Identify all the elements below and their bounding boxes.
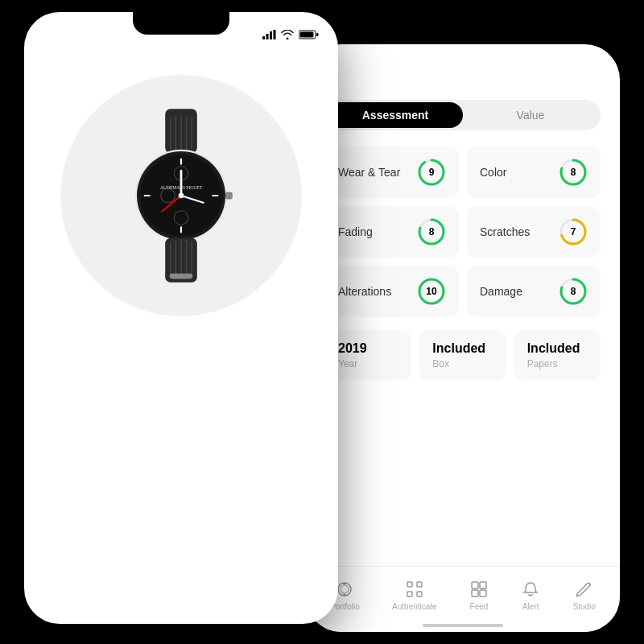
info-cell: Included Box <box>419 330 506 381</box>
svg-rect-54 <box>407 592 412 597</box>
assessment-cell: Fading 8 <box>325 206 459 258</box>
right-header <box>325 68 601 85</box>
tab-switcher: Assessment Value <box>325 100 601 130</box>
nav-item-authenticate[interactable]: Authenticate <box>392 580 437 611</box>
assessment-label: Fading <box>338 225 373 238</box>
signal-icon <box>262 30 276 39</box>
svg-rect-55 <box>417 592 422 597</box>
score-circle: 7 <box>559 217 588 246</box>
bottom-nav: Portfolio Authenticate Feed Alert Studio <box>306 566 620 632</box>
svg-text:AUDEMARS PIGUET: AUDEMARS PIGUET <box>160 185 202 190</box>
watch-icon <box>335 580 354 599</box>
score-value: 8 <box>429 226 435 237</box>
product-info-left <box>24 324 338 376</box>
score-circle: 10 <box>417 277 446 306</box>
info-cell: Included Papers <box>514 330 601 381</box>
svg-rect-6 <box>300 32 314 38</box>
score-value: 8 <box>571 286 576 297</box>
svg-point-48 <box>338 583 351 596</box>
svg-rect-50 <box>343 583 346 584</box>
watch-image-container: AUDEMARS PIGUET <box>24 67 338 324</box>
svg-rect-2 <box>270 31 272 39</box>
svg-rect-35 <box>170 274 193 279</box>
assessment-label: Alterations <box>338 285 391 298</box>
score-value: 10 <box>426 286 436 297</box>
svg-rect-51 <box>343 594 346 596</box>
tab-assessment[interactable]: Assessment <box>328 102 463 128</box>
nav-label-alert: Alert <box>522 602 539 611</box>
score-circle: 9 <box>417 158 446 187</box>
nav-item-alert[interactable]: Alert <box>521 580 540 611</box>
nav-label-feed: Feed <box>470 602 489 611</box>
score-circle: 8 <box>417 217 446 246</box>
svg-rect-3 <box>274 30 276 39</box>
info-cell-value: 2019 <box>338 341 398 356</box>
svg-rect-1 <box>266 34 269 39</box>
svg-rect-0 <box>262 36 265 39</box>
assessment-label: Damage <box>480 285 522 298</box>
left-phone: AUDEMARS PIGUET <box>24 12 338 624</box>
svg-rect-56 <box>472 582 478 588</box>
score-circle: 8 <box>559 277 588 306</box>
assessment-cell: Color 8 <box>467 147 601 198</box>
nav-item-studio[interactable]: Studio <box>572 580 595 611</box>
assessment-grid: Wear & Tear 9 Color 8 Fading 8 Scra <box>325 147 601 317</box>
score-value: 8 <box>571 167 576 178</box>
svg-point-49 <box>341 585 349 593</box>
product-details-left <box>43 344 319 360</box>
info-cell-label: Year <box>338 358 398 369</box>
pencil-icon <box>575 580 594 599</box>
svg-rect-16 <box>225 192 233 200</box>
svg-rect-53 <box>417 582 422 587</box>
info-cell-label: Box <box>432 358 493 369</box>
info-cell-value: Included <box>432 341 493 356</box>
nav-item-feed[interactable]: Feed <box>469 580 489 611</box>
notch <box>133 12 229 35</box>
assessment-label: Color <box>480 166 506 179</box>
svg-point-27 <box>179 193 184 199</box>
carousel-next[interactable] <box>314 188 330 204</box>
watch-circle: AUDEMARS PIGUET <box>60 75 302 316</box>
svg-rect-5 <box>316 33 319 36</box>
assessment-cell: Alterations 10 <box>325 266 459 317</box>
svg-rect-58 <box>472 590 478 597</box>
info-cell: 2019 Year <box>325 330 411 381</box>
score-value: 7 <box>571 226 576 237</box>
nav-label-studio: Studio <box>572 602 595 611</box>
nav-label-authenticate: Authenticate <box>392 602 437 611</box>
svg-rect-57 <box>480 582 486 588</box>
nav-bar <box>24 47 338 67</box>
info-cell-label: Papers <box>527 358 588 369</box>
assessment-label: Scratches <box>480 225 530 238</box>
right-phone: Assessment Value Wear & Tear 9 Color 8 F… <box>306 44 620 632</box>
home-indicator <box>423 624 503 627</box>
assessment-label: Wear & Tear <box>338 166 400 179</box>
assessment-cell: Wear & Tear 9 <box>325 147 459 198</box>
status-icons <box>262 30 319 39</box>
battery-icon <box>299 30 319 39</box>
grid-icon <box>469 580 489 599</box>
right-content: Assessment Value Wear & Tear 9 Color 8 F… <box>306 44 620 381</box>
watch-illustration: AUDEMARS PIGUET <box>117 107 246 284</box>
wifi-icon <box>281 30 294 39</box>
carousel-prev[interactable] <box>32 188 48 204</box>
score-circle: 8 <box>559 158 588 187</box>
assessment-cell: Damage 8 <box>467 266 601 317</box>
svg-rect-59 <box>480 590 486 597</box>
score-value: 9 <box>429 167 435 178</box>
tab-value[interactable]: Value <box>463 102 598 128</box>
scan-icon <box>405 580 424 599</box>
info-row: 2019 Year Included Box Included Papers <box>325 330 601 381</box>
info-cell-value: Included <box>527 341 588 356</box>
svg-rect-52 <box>407 582 412 587</box>
bell-icon <box>521 580 540 599</box>
assessment-cell: Scratches 7 <box>467 206 601 258</box>
